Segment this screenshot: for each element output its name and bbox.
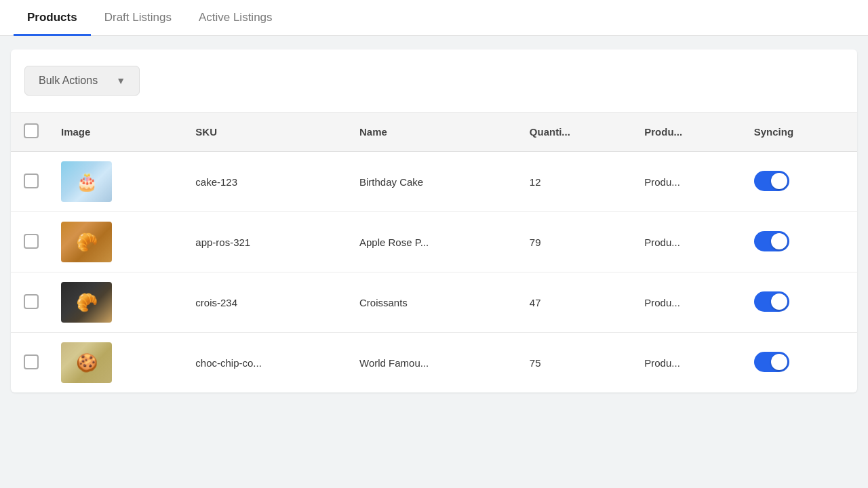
cell-name-3: Croissants [350,272,520,333]
content-area: Bulk Actions ▼ Image SKU Name Quanti... … [11,49,857,392]
row-checkbox-3[interactable] [24,294,39,309]
cell-sku-4: choc-chip-co... [186,333,350,393]
table-row: cake-123Birthday Cake12Produ... [11,152,857,212]
syncing-toggle-3[interactable] [754,291,789,312]
tab-draft-listings[interactable]: Draft Listings [91,0,185,36]
col-header-checkbox [11,113,52,152]
col-header-image: Image [52,113,186,152]
bulk-actions-label: Bulk Actions [39,75,98,87]
cell-product-2: Produ... [635,212,744,272]
syncing-toggle-1[interactable] [754,171,789,191]
cell-quantity-3: 47 [520,272,635,333]
cell-quantity-4: 75 [520,333,635,393]
cell-product-3: Produ... [635,272,744,333]
syncing-toggle-4[interactable] [754,352,789,372]
row-checkbox-2[interactable] [24,234,39,249]
cell-syncing-3 [745,272,857,333]
tab-products[interactable]: Products [14,0,91,36]
cell-sku-1: cake-123 [186,152,350,212]
row-checkbox-1[interactable] [24,174,39,188]
cell-syncing-1 [745,152,857,212]
cell-sku-3: crois-234 [186,272,350,333]
tabs-bar: Products Draft Listings Active Listings [0,0,868,36]
cell-product-4: Produ... [635,333,744,393]
col-header-product: Produ... [635,113,744,152]
cell-sku-2: app-ros-321 [186,212,350,272]
chevron-down-icon: ▼ [116,75,125,86]
product-image-3 [61,282,112,323]
table-row: app-ros-321Apple Rose P...79Produ... [11,212,857,272]
bulk-actions-button[interactable]: Bulk Actions ▼ [24,66,140,96]
col-header-name: Name [350,113,520,152]
table-row: choc-chip-co...World Famou...75Produ... [11,333,857,393]
product-image-4 [61,342,112,383]
col-header-sku: SKU [186,113,350,152]
tab-active-listings[interactable]: Active Listings [185,0,286,36]
cell-product-1: Produ... [635,152,744,212]
syncing-toggle-2[interactable] [754,231,789,251]
page-wrapper: Products Draft Listings Active Listings … [0,0,868,488]
cell-name-4: World Famou... [350,333,520,393]
cell-syncing-2 [745,212,857,272]
cell-quantity-1: 12 [520,152,635,212]
cell-name-2: Apple Rose P... [350,212,520,272]
table-row: crois-234Croissants47Produ... [11,272,857,333]
toolbar: Bulk Actions ▼ [11,49,857,113]
product-image-2 [61,222,112,262]
col-header-quantity: Quanti... [520,113,635,152]
product-image-1 [61,161,112,202]
cell-name-1: Birthday Cake [350,152,520,212]
select-all-checkbox[interactable] [24,123,39,138]
cell-syncing-4 [745,333,857,393]
cell-quantity-2: 79 [520,212,635,272]
row-checkbox-4[interactable] [24,354,39,369]
col-header-syncing: Syncing [745,113,857,152]
table-header-row: Image SKU Name Quanti... Produ... Syncin… [11,113,857,152]
products-table: Image SKU Name Quanti... Produ... Syncin… [11,113,857,392]
